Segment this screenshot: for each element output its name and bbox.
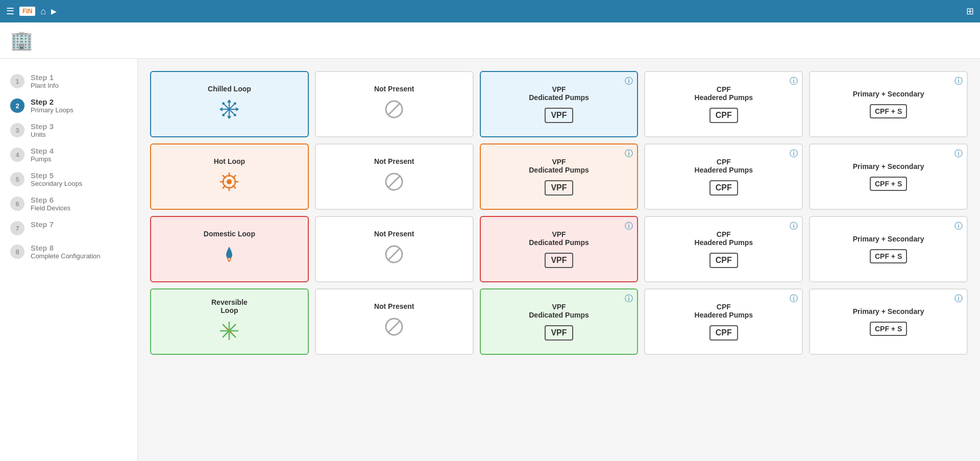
card-title-chilled-primary-secondary: Primary + Secondary — [853, 90, 924, 98]
pump-badge-reversible-vpf: VPF — [545, 325, 573, 341]
card-domestic-loop[interactable]: Domestic Loop — [150, 216, 309, 282]
step-label-8: Complete Configuration — [31, 252, 101, 260]
step-circle-5: 5 — [10, 172, 24, 186]
info-icon[interactable]: ⓘ — [954, 221, 963, 232]
pump-badge-domestic-cpf: CPF — [709, 253, 738, 268]
card-chilled-loop[interactable]: Chilled Loop — [150, 71, 309, 137]
arrow-icon: ▶ — [51, 7, 57, 15]
sidebar-item-step4[interactable]: 4Step 4Pumps — [0, 142, 137, 167]
loop-icon-hot-loop — [219, 172, 239, 196]
pump-badge-chilled-vpf: VPF — [545, 108, 573, 123]
step-number-4: Step 4 — [31, 147, 54, 155]
card-domestic-vpf[interactable]: ⓘVPF Dedicated PumpsVPF — [480, 216, 639, 282]
sidebar-item-step3[interactable]: 3Step 3Units — [0, 118, 137, 142]
info-icon[interactable]: ⓘ — [790, 76, 798, 87]
sidebar-item-step1[interactable]: 1Step 1Plant Info — [0, 69, 137, 93]
sidebar-item-step6[interactable]: 6Step 6Field Devices — [0, 191, 137, 216]
card-chilled-vpf[interactable]: ⓘVPF Dedicated PumpsVPF — [480, 71, 639, 137]
info-icon[interactable]: ⓘ — [954, 149, 963, 159]
step-label-2: Primary Loops — [31, 106, 74, 114]
not-present-icon-hot-not-present — [384, 172, 404, 197]
pump-badge-chilled-primary-secondary: CPF + S — [870, 104, 907, 118]
info-icon[interactable]: ⓘ — [790, 221, 798, 232]
card-title-chilled-vpf: VPF Dedicated Pumps — [529, 85, 589, 102]
card-reversible-loop[interactable]: Reversible Loop — [150, 288, 309, 355]
hamburger-icon[interactable]: ☰ — [6, 6, 14, 17]
info-icon[interactable]: ⓘ — [625, 221, 633, 232]
sidebar-item-step7[interactable]: 7Step 7 — [0, 216, 137, 239]
card-domestic-not-present[interactable]: Not Present — [315, 216, 474, 282]
step-number-7: Step 7 — [31, 220, 54, 229]
card-hot-loop[interactable]: Hot Loop — [150, 143, 309, 210]
sidebar-item-step2[interactable]: 2Step 2Primary Loops — [0, 93, 137, 118]
not-present-icon-chilled-not-present — [384, 99, 404, 124]
card-title-domestic-loop: Domestic Loop — [204, 230, 255, 238]
info-icon[interactable]: ⓘ — [625, 294, 633, 304]
step-number-5: Step 5 — [31, 171, 82, 180]
card-chilled-not-present[interactable]: Not Present — [315, 71, 474, 137]
card-title-hot-vpf: VPF Dedicated Pumps — [529, 158, 589, 174]
card-hot-not-present[interactable]: Not Present — [315, 143, 474, 210]
loop-row-0: Chilled LoopNot PresentⓘVPF Dedicated Pu… — [150, 71, 968, 137]
svg-point-3 — [227, 179, 232, 184]
step-label-3: Units — [31, 131, 54, 138]
svg-line-1 — [388, 103, 400, 115]
card-title-chilled-loop: Chilled Loop — [208, 85, 251, 93]
home-icon[interactable]: ⌂ — [40, 6, 46, 17]
card-hot-primary-secondary[interactable]: ⓘPrimary + SecondaryCPF + S — [809, 143, 968, 210]
not-present-icon-reversible-not-present — [384, 317, 404, 342]
not-present-icon-domestic-not-present — [384, 244, 404, 269]
card-reversible-cpf[interactable]: ⓘCPF Headered PumpsCPF — [644, 288, 803, 355]
step-number-6: Step 6 — [31, 196, 70, 204]
step-label-5: Secondary Loops — [31, 180, 82, 187]
svg-line-18 — [230, 332, 232, 334]
svg-line-20 — [388, 321, 400, 333]
pump-badge-domestic-primary-secondary: CPF + S — [870, 249, 907, 263]
pump-badge-reversible-cpf: CPF — [709, 325, 738, 341]
sidebar-item-step5[interactable]: 5Step 5Secondary Loops — [0, 167, 137, 191]
card-title-reversible-cpf: CPF Headered Pumps — [695, 303, 753, 319]
pump-badge-hot-primary-secondary: CPF + S — [870, 177, 907, 191]
card-reversible-vpf[interactable]: ⓘVPF Dedicated PumpsVPF — [480, 288, 639, 355]
card-title-reversible-loop: Reversible Loop — [211, 298, 248, 314]
svg-line-15 — [388, 248, 400, 260]
pump-badge-domestic-vpf: VPF — [545, 253, 573, 268]
pump-badge-chilled-cpf: CPF — [709, 108, 738, 123]
card-chilled-primary-secondary[interactable]: ⓘPrimary + SecondaryCPF + S — [809, 71, 968, 137]
info-icon[interactable]: ⓘ — [625, 76, 633, 87]
info-icon[interactable]: ⓘ — [954, 76, 963, 87]
step-circle-7: 7 — [10, 221, 24, 235]
step-number-1: Step 1 — [31, 73, 59, 82]
card-title-chilled-not-present: Not Present — [374, 85, 414, 93]
pump-badge-reversible-primary-secondary: CPF + S — [870, 322, 907, 336]
card-title-domestic-vpf: VPF Dedicated Pumps — [529, 230, 589, 247]
card-title-domestic-cpf: CPF Headered Pumps — [695, 230, 753, 247]
step-label-1: Plant Info — [31, 82, 59, 89]
card-domestic-primary-secondary[interactable]: ⓘPrimary + SecondaryCPF + S — [809, 216, 968, 282]
main-layout: 1Step 1Plant Info2Step 2Primary Loops3St… — [0, 59, 980, 461]
card-chilled-cpf[interactable]: ⓘCPF Headered PumpsCPF — [644, 71, 803, 137]
grid-icon[interactable]: ⊞ — [966, 6, 974, 17]
sidebar-item-step8[interactable]: 8Step 8Complete Configuration — [0, 239, 137, 264]
card-title-domestic-not-present: Not Present — [374, 230, 414, 238]
step-number-3: Step 3 — [31, 122, 54, 131]
svg-line-13 — [388, 176, 400, 188]
card-title-chilled-cpf: CPF Headered Pumps — [695, 85, 753, 102]
pump-badge-hot-vpf: VPF — [545, 180, 573, 196]
card-title-hot-loop: Hot Loop — [214, 157, 245, 165]
info-icon[interactable]: ⓘ — [954, 294, 963, 304]
card-hot-vpf[interactable]: ⓘVPF Dedicated PumpsVPF — [480, 143, 639, 210]
card-reversible-primary-secondary[interactable]: ⓘPrimary + SecondaryCPF + S — [809, 288, 968, 355]
info-icon[interactable]: ⓘ — [625, 149, 633, 159]
card-title-reversible-vpf: VPF Dedicated Pumps — [529, 303, 589, 319]
info-icon[interactable]: ⓘ — [790, 294, 798, 304]
card-reversible-not-present[interactable]: Not Present — [315, 288, 474, 355]
card-domestic-cpf[interactable]: ⓘCPF Headered PumpsCPF — [644, 216, 803, 282]
info-icon[interactable]: ⓘ — [790, 149, 798, 159]
step-label-6: Field Devices — [31, 204, 70, 212]
svg-line-17 — [226, 328, 228, 330]
step-circle-4: 4 — [10, 148, 24, 162]
card-hot-cpf[interactable]: ⓘCPF Headered PumpsCPF — [644, 143, 803, 210]
card-title-hot-primary-secondary: Primary + Secondary — [853, 162, 924, 171]
content-area: Chilled LoopNot PresentⓘVPF Dedicated Pu… — [138, 59, 980, 461]
